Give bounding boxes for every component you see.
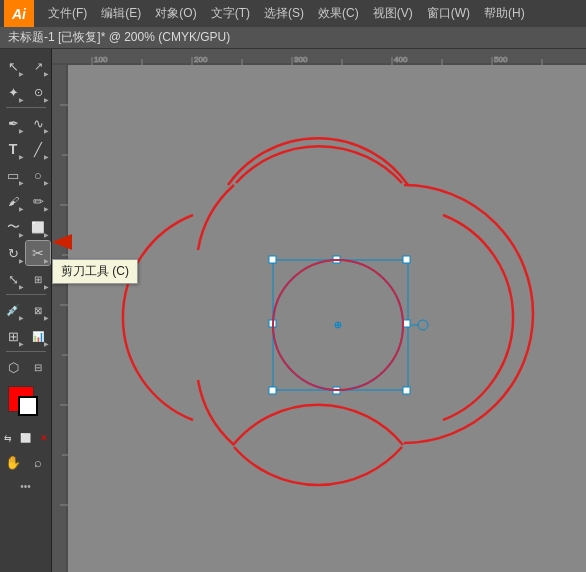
tool-eraser[interactable]: ⬜	[26, 215, 50, 239]
handle-tr	[403, 256, 410, 263]
handle-tl	[269, 256, 276, 263]
select-icon: ↖	[8, 59, 19, 74]
scale-icon: ⤡	[8, 272, 19, 287]
tool-brush[interactable]: 🖌	[1, 189, 25, 213]
shaper-eraser-row: 〜 ⬜	[1, 215, 50, 239]
title-bar: 未标题-1 [已恢复]* @ 200% (CMYK/GPU)	[0, 27, 586, 49]
curvature-icon: ∿	[33, 116, 44, 131]
tool-gradient-mesh[interactable]: ⊠	[26, 298, 50, 322]
tool-zoom[interactable]: ⌕	[26, 450, 50, 474]
ruler-left	[52, 65, 68, 572]
tool-chart[interactable]: 📊	[26, 324, 50, 348]
artboard-svg	[68, 65, 586, 572]
divider-2	[6, 294, 46, 295]
tool-select[interactable]: ↖	[1, 54, 25, 78]
tool-direct-select[interactable]: ↗	[26, 54, 50, 78]
svg-text:300: 300	[294, 55, 308, 64]
eyedrop-gradient-row: 💉 ⊠	[1, 298, 50, 322]
menu-file[interactable]: 文件(F)	[42, 3, 93, 24]
select-tools-row: ↖ ↗	[1, 54, 50, 78]
swap-colors-btn[interactable]: ⇆	[0, 430, 16, 446]
menu-edit[interactable]: 编辑(E)	[95, 3, 147, 24]
menu-type[interactable]: 文字(T)	[205, 3, 256, 24]
tool-hand[interactable]: ✋	[1, 450, 25, 474]
brush-icon: 🖌	[8, 195, 19, 207]
direct-select-icon: ↗	[34, 60, 43, 73]
tool-line[interactable]: ╱	[26, 137, 50, 161]
tool-slice[interactable]: ⊟	[26, 355, 50, 379]
svg-text:500: 500	[494, 55, 508, 64]
shape-row: ▭ ○	[1, 163, 50, 187]
slice-icon: ⊟	[34, 362, 42, 373]
svg-text:100: 100	[94, 55, 108, 64]
line-icon: ╱	[34, 142, 42, 157]
blend-chart-row: ⊞ 📊	[1, 324, 50, 348]
none-btn[interactable]: ✕	[36, 430, 52, 446]
menu-window[interactable]: 窗口(W)	[421, 3, 476, 24]
reset-colors-btn[interactable]: ⬜	[18, 430, 34, 446]
brush-row: 🖌 ✏	[1, 189, 50, 213]
rotate-icon: ↻	[8, 246, 19, 261]
tool-ellipse[interactable]: ○	[26, 163, 50, 187]
more-dots-icon: •••	[20, 481, 31, 492]
menu-object[interactable]: 对象(O)	[149, 3, 202, 24]
pen-row: ✒ ∿	[1, 111, 50, 135]
tool-pen[interactable]: ✒	[1, 111, 25, 135]
svg-text:200: 200	[194, 55, 208, 64]
tool-text[interactable]: T	[1, 137, 25, 161]
stroke-swatch[interactable]	[18, 396, 38, 416]
tool-scissors[interactable]: ✂	[26, 241, 50, 265]
hand-zoom-row: ✋ ⌕	[1, 450, 50, 474]
tool-eyedrop[interactable]: 💉	[1, 298, 25, 322]
red-arrow-icon	[52, 234, 72, 250]
tool-shaper[interactable]: 〜	[1, 215, 25, 239]
gradient-mesh-icon: ⊠	[34, 305, 42, 316]
magic-lasso-row: ✦ ⊙	[1, 80, 50, 104]
svg-rect-17	[52, 65, 68, 572]
menu-select[interactable]: 选择(S)	[258, 3, 310, 24]
text-row: T ╱	[1, 137, 50, 161]
handle-mr	[403, 320, 410, 327]
divider-1	[6, 107, 46, 108]
magic-wand-icon: ✦	[8, 85, 19, 100]
tool-rotate[interactable]: ↻	[1, 241, 25, 265]
document-title: 未标题-1 [已恢复]* @ 200% (CMYK/GPU)	[8, 29, 230, 46]
tool-lasso[interactable]: ⊙	[26, 80, 50, 104]
canvas-area[interactable]: 100 200 300 400 500	[52, 49, 586, 572]
menu-view[interactable]: 视图(V)	[367, 3, 419, 24]
handle-bl	[269, 387, 276, 394]
artboard-icon: ⬡	[8, 360, 19, 375]
ruler-top: 100 200 300 400 500	[52, 49, 586, 65]
tool-blend[interactable]: ⊞	[1, 324, 25, 348]
tool-artboard[interactable]: ⬡	[1, 355, 25, 379]
puppet-warp-icon: ⊞	[34, 274, 42, 285]
tool-scale[interactable]: ⤡	[1, 267, 25, 291]
tool-pencil[interactable]: ✏	[26, 189, 50, 213]
svg-text:400: 400	[394, 55, 408, 64]
menu-help[interactable]: 帮助(H)	[478, 3, 531, 24]
tooltip-text: 剪刀工具 (C)	[61, 264, 129, 278]
rect-icon: ▭	[7, 168, 19, 183]
pencil-icon: ✏	[33, 194, 44, 209]
svg-rect-28	[68, 65, 528, 555]
tool-curvature[interactable]: ∿	[26, 111, 50, 135]
tool-puppet-warp[interactable]: ⊞	[26, 267, 50, 291]
scissors-knife-row: ↻ ✂	[1, 241, 50, 265]
text-icon: T	[9, 141, 18, 157]
swatch-container	[4, 386, 48, 426]
main-layout: ↖ ↗ ✦ ⊙ ✒ ∿ T	[0, 49, 586, 572]
eyedrop-icon: 💉	[6, 304, 20, 317]
scissors-icon: ✂	[32, 245, 44, 261]
ellipse-icon: ○	[34, 168, 42, 183]
handle-br	[403, 387, 410, 394]
menu-effect[interactable]: 效果(C)	[312, 3, 365, 24]
app-logo: Ai	[4, 0, 34, 27]
more-tools-btn[interactable]: •••	[20, 479, 31, 493]
canvas-content	[68, 65, 586, 572]
arrow-indicator	[52, 234, 72, 253]
tool-rect[interactable]: ▭	[1, 163, 25, 187]
tool-magic-wand[interactable]: ✦	[1, 80, 25, 104]
color-area: ⇆ ⬜ ✕	[0, 384, 52, 446]
artboard-row: ⬡ ⊟	[1, 355, 50, 379]
menu-bar: Ai 文件(F) 编辑(E) 对象(O) 文字(T) 选择(S) 效果(C) 视…	[0, 0, 586, 27]
